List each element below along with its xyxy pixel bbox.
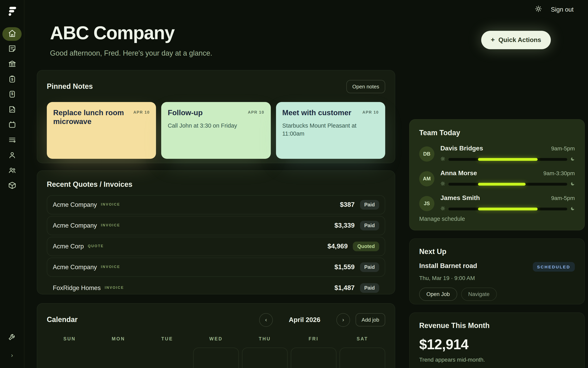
note-card[interactable]: Replace lunch room microwave APR 10 xyxy=(47,102,156,159)
sidebar-item-team[interactable] xyxy=(2,164,22,178)
status-badge: Paid xyxy=(360,221,379,230)
memo-icon xyxy=(8,44,16,54)
sidebar-item-lists[interactable] xyxy=(2,134,22,147)
invoice-amount: $1,559 xyxy=(334,263,355,271)
invoice-client: Acme Corp xyxy=(53,243,84,250)
note-title: Follow-up xyxy=(168,108,203,117)
open-notes-button[interactable]: Open notes xyxy=(346,80,385,93)
job-title: Install Barnet road xyxy=(419,262,477,270)
invoice-type-tag: INVOICE xyxy=(105,285,124,289)
quick-actions-button[interactable]: + Quick Actions xyxy=(481,31,551,49)
calendar-day-cell[interactable]: 3 Good Friday xyxy=(291,347,336,368)
member-hours: 9am-5pm xyxy=(551,195,575,201)
note-card[interactable]: Meet with customer APR 10 Starbucks Moun… xyxy=(276,102,385,159)
box-icon xyxy=(8,181,16,191)
note-date: APR 10 xyxy=(362,110,379,114)
job-datetime: Thu, Mar 19 · 9:00 AM xyxy=(419,275,575,281)
sun-icon xyxy=(441,205,445,212)
next-up-card: Next Up Install Barnet road SCHEDULED Th… xyxy=(409,239,585,304)
invoice-row[interactable]: Acme Company INVOICE $1,559 Paid xyxy=(47,258,385,276)
avatar: DB xyxy=(419,146,434,161)
sidebar: $ $ xyxy=(0,0,24,368)
member-name: James Smith xyxy=(441,194,480,202)
invoice-row[interactable]: Acme Corp QUOTE $4,969 Quoted xyxy=(47,237,385,256)
sign-out-link[interactable]: Sign out xyxy=(551,6,574,13)
wrench-icon xyxy=(8,332,16,342)
calendar-day-headers: SUN MON TUE WED THU FRI SAT xyxy=(47,336,385,347)
member-name: Davis Bridges xyxy=(441,145,483,152)
bank-icon xyxy=(8,59,16,69)
sidebar-item-customers[interactable] xyxy=(2,149,22,162)
plus-icon: + xyxy=(491,36,495,44)
sun-icon xyxy=(441,180,445,188)
note-title: Meet with customer xyxy=(282,108,351,117)
calendar-grid: 1 2 3 Good Friday 4 xyxy=(47,347,385,368)
note-body: Starbucks Mount Pleasant at 11:00am xyxy=(282,122,379,138)
revenue-title: Revenue This Month xyxy=(419,322,575,330)
note-date: APR 10 xyxy=(248,110,264,114)
sidebar-item-home[interactable] xyxy=(2,27,22,41)
svg-text:$: $ xyxy=(11,92,13,96)
invoice-row[interactable]: FoxRidge Homes INVOICE $1,487 Paid xyxy=(47,278,385,297)
calendar-day-cell[interactable]: 2 xyxy=(242,347,288,368)
calendar-card: Calendar ‹ April 2026 › Add job SUN MON … xyxy=(37,303,395,368)
sun-icon xyxy=(535,5,542,14)
calendar-day-cell[interactable]: 1 xyxy=(193,347,239,368)
day-header: MON xyxy=(96,336,141,347)
calendar-day-cell[interactable]: 4 xyxy=(340,347,385,368)
clipboard-dollar-icon: $ xyxy=(8,75,16,85)
pinned-notes-title: Pinned Notes xyxy=(47,82,93,91)
note-body: Call John at 3:30 on Friday xyxy=(168,122,264,130)
add-job-button[interactable]: Add job xyxy=(356,313,385,326)
day-header: SUN xyxy=(47,336,92,347)
person-icon xyxy=(8,151,16,161)
invoice-row[interactable]: Acme Company INVOICE $3,339 Paid xyxy=(47,216,385,235)
prev-month-button[interactable]: ‹ xyxy=(259,313,273,327)
note-card[interactable]: Follow-up APR 10 Call John at 3:30 on Fr… xyxy=(161,102,271,159)
sidebar-item-inventory[interactable] xyxy=(2,179,22,193)
theme-toggle-button[interactable] xyxy=(535,5,542,14)
revenue-note: Trend appears mid-month. xyxy=(419,356,575,363)
day-header: FRI xyxy=(291,336,336,347)
invoice-type-tag: INVOICE xyxy=(101,223,120,227)
shift-track xyxy=(448,158,567,161)
sidebar-item-tools[interactable] xyxy=(2,331,22,343)
invoice-client: Acme Company xyxy=(53,263,97,271)
invoice-row[interactable]: Acme Company INVOICE $387 Paid xyxy=(47,195,385,214)
day-header: SAT xyxy=(340,336,385,347)
calendar-cell-empty xyxy=(47,347,92,368)
member-name: Anna Morse xyxy=(441,170,477,177)
invoice-type-tag: QUOTE xyxy=(88,244,104,248)
invoice-type-tag: INVOICE xyxy=(101,265,120,269)
shift-bar xyxy=(478,183,526,185)
invoice-client: Acme Company xyxy=(53,201,97,208)
pinned-notes-card: Pinned Notes Open notes Replace lunch ro… xyxy=(37,70,395,163)
recent-invoices-title: Recent Quotes / Invoices xyxy=(47,180,385,189)
manage-schedule-link[interactable]: Manage schedule xyxy=(419,216,575,222)
sidebar-item-notes[interactable] xyxy=(2,42,22,56)
sidebar-item-invoices[interactable]: $ xyxy=(2,88,22,101)
topbar: Sign out xyxy=(535,5,574,14)
next-month-button[interactable]: › xyxy=(336,313,350,327)
invoice-amount: $4,969 xyxy=(328,242,348,250)
avatar: AM xyxy=(419,171,434,186)
calendar-month-label: April 2026 xyxy=(289,316,320,324)
open-job-button[interactable]: Open Job xyxy=(419,288,457,301)
sidebar-item-quotes[interactable]: $ xyxy=(2,73,22,86)
moon-icon xyxy=(570,156,575,163)
status-badge: Paid xyxy=(360,200,379,209)
status-badge: Quoted xyxy=(353,241,379,251)
moon-icon xyxy=(570,205,575,212)
sidebar-item-calendar[interactable] xyxy=(2,118,22,132)
team-member-row: JS James Smith 9am-5pm xyxy=(419,194,575,212)
shift-track xyxy=(448,183,567,185)
sidebar-expand-button[interactable]: › xyxy=(2,349,22,361)
navigate-button[interactable]: Navigate xyxy=(461,288,497,301)
sidebar-item-media[interactable] xyxy=(2,103,22,117)
note-date: APR 10 xyxy=(133,110,150,114)
revenue-amount: $12,914 xyxy=(419,336,575,352)
main-column: ABC Company Good afternoon, Fred. Here's… xyxy=(37,0,395,368)
calendar-controls: ‹ April 2026 › Add job xyxy=(259,313,385,327)
image-doc-icon xyxy=(8,105,16,115)
sidebar-item-bank[interactable] xyxy=(2,58,22,71)
